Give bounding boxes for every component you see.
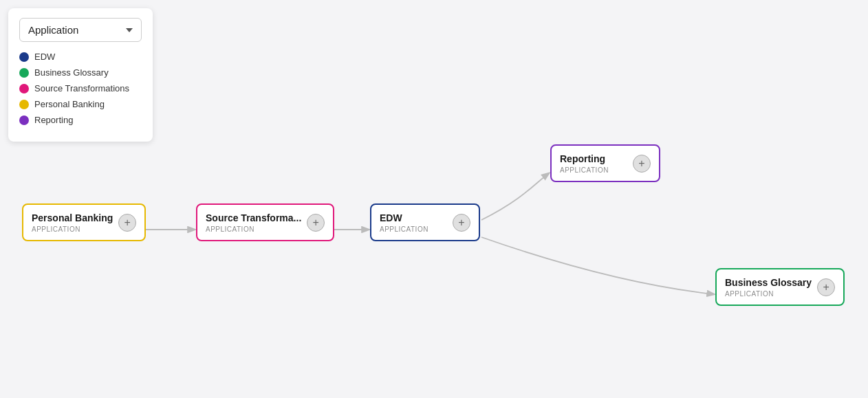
legend-item-source-transformations: Source Transformations bbox=[19, 83, 142, 93]
reporting-subtitle: APPLICATION bbox=[560, 166, 627, 174]
business-glossary-expand-button[interactable]: + bbox=[817, 278, 835, 296]
edw-dot bbox=[19, 52, 29, 62]
legend-item-reporting: Reporting bbox=[19, 115, 142, 125]
chevron-down-icon bbox=[126, 28, 133, 32]
node-reporting: Reporting APPLICATION + bbox=[550, 144, 660, 182]
node-source-transformations-text: Source Transforma... APPLICATION bbox=[206, 212, 301, 233]
node-business-glossary-text: Business Glossary APPLICATION bbox=[725, 276, 812, 298]
edw-expand-button[interactable]: + bbox=[453, 214, 470, 232]
reporting-title: Reporting bbox=[560, 153, 627, 165]
legend-label-edw: EDW bbox=[34, 52, 55, 62]
node-business-glossary: Business Glossary APPLICATION + bbox=[715, 268, 845, 306]
node-reporting-text: Reporting APPLICATION bbox=[560, 153, 627, 174]
source-transformations-expand-button[interactable]: + bbox=[307, 214, 325, 232]
legend-label-business-glossary: Business Glossary bbox=[34, 67, 109, 78]
legend-panel: Application EDW Business Glossary Source… bbox=[8, 8, 153, 142]
legend-label-personal-banking: Personal Banking bbox=[34, 99, 105, 109]
legend-label-reporting: Reporting bbox=[34, 115, 73, 125]
edw-subtitle: APPLICATION bbox=[380, 225, 447, 233]
node-personal-banking: Personal Banking APPLICATION + bbox=[22, 203, 146, 241]
application-dropdown[interactable]: Application bbox=[19, 18, 142, 42]
source-transformations-dot bbox=[19, 84, 29, 93]
reporting-dot bbox=[19, 115, 29, 125]
edw-title: EDW bbox=[380, 212, 447, 224]
legend-item-business-glossary: Business Glossary bbox=[19, 67, 142, 78]
source-transformations-title: Source Transforma... bbox=[206, 212, 301, 224]
business-glossary-title: Business Glossary bbox=[725, 276, 812, 289]
legend-list: EDW Business Glossary Source Transformat… bbox=[19, 52, 142, 125]
business-glossary-dot bbox=[19, 68, 29, 78]
personal-banking-subtitle: APPLICATION bbox=[32, 225, 113, 233]
legend-item-personal-banking: Personal Banking bbox=[19, 99, 142, 109]
dropdown-label: Application bbox=[28, 24, 78, 36]
node-source-transformations: Source Transforma... APPLICATION + bbox=[196, 203, 334, 241]
node-personal-banking-text: Personal Banking APPLICATION bbox=[32, 212, 113, 233]
business-glossary-subtitle: APPLICATION bbox=[725, 290, 812, 298]
source-transformations-subtitle: APPLICATION bbox=[206, 225, 301, 233]
personal-banking-dot bbox=[19, 100, 29, 109]
personal-banking-expand-button[interactable]: + bbox=[118, 214, 136, 232]
legend-item-edw: EDW bbox=[19, 52, 142, 62]
node-edw: EDW APPLICATION + bbox=[370, 203, 480, 241]
legend-label-source-transformations: Source Transformations bbox=[34, 83, 129, 93]
node-edw-text: EDW APPLICATION bbox=[380, 212, 447, 233]
personal-banking-title: Personal Banking bbox=[32, 212, 113, 224]
reporting-expand-button[interactable]: + bbox=[633, 155, 651, 173]
